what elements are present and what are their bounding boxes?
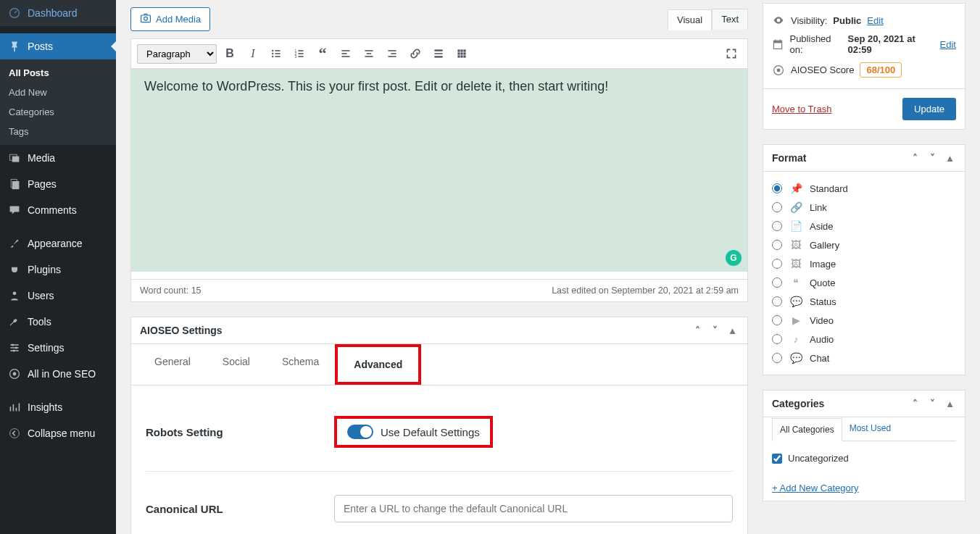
cat-tab-all[interactable]: All Categories — [772, 418, 842, 441]
format-label: Aside — [810, 221, 834, 232]
panel-toggle-icon[interactable]: ▴ — [726, 325, 739, 336]
menu-label: Tools — [28, 316, 51, 328]
svg-rect-46 — [463, 55, 465, 57]
format-item-audio[interactable]: ♪Audio — [772, 330, 956, 349]
categories-box: Categories ˄ ˅ ▴ All Categories Most Use… — [763, 390, 966, 501]
format-radio[interactable] — [772, 202, 782, 212]
robots-toggle[interactable] — [347, 425, 373, 439]
format-item-standard[interactable]: 📌Standard — [772, 179, 956, 198]
toolbar-toggle-button[interactable] — [452, 43, 472, 64]
format-item-video[interactable]: ▶Video — [772, 311, 956, 330]
menu-insights[interactable]: Insights — [0, 394, 116, 420]
move-to-trash-link[interactable]: Move to Trash — [772, 104, 831, 114]
format-item-aside[interactable]: 📄Aside — [772, 217, 956, 235]
canonical-url-input[interactable] — [334, 495, 733, 522]
menu-appearance[interactable]: Appearance — [0, 230, 116, 256]
panel-down-icon[interactable]: ˅ — [708, 325, 721, 336]
format-item-status[interactable]: 💬Status — [772, 292, 956, 311]
format-radio[interactable] — [772, 221, 782, 231]
published-edit-link[interactable]: Edit — [940, 39, 956, 50]
aioseo-tab-general[interactable]: General — [138, 344, 207, 385]
svg-rect-37 — [434, 56, 442, 57]
link-icon: 🔗 — [789, 201, 802, 213]
submenu-all-posts[interactable]: All Posts — [0, 63, 116, 83]
add-category-link[interactable]: + Add New Category — [763, 475, 965, 501]
categories-box-header[interactable]: Categories ˄ ˅ ▴ — [763, 391, 965, 417]
svg-rect-23 — [298, 50, 303, 51]
panel-up-icon[interactable]: ˄ — [691, 325, 704, 336]
menu-users[interactable]: Users — [0, 283, 116, 309]
grammarly-icon[interactable]: G — [726, 250, 742, 266]
format-radio[interactable] — [772, 334, 782, 344]
format-item-link[interactable]: 🔗Link — [772, 198, 956, 217]
svg-rect-36 — [434, 53, 442, 54]
submenu-add-new[interactable]: Add New — [0, 83, 116, 102]
fullscreen-button[interactable] — [721, 43, 742, 64]
readmore-button[interactable] — [428, 43, 449, 64]
menu-comments[interactable]: Comments — [0, 197, 116, 223]
format-radio[interactable] — [772, 296, 782, 306]
number-list-button[interactable]: 123 — [289, 43, 310, 64]
score-badge: 68/100 — [860, 62, 902, 78]
format-radio[interactable] — [772, 278, 782, 288]
menu-pages[interactable]: Pages — [0, 171, 116, 197]
align-right-button[interactable] — [382, 43, 402, 64]
format-label: Chat — [810, 353, 829, 364]
menu-collapse[interactable]: Collapse menu — [0, 420, 116, 446]
cat-tab-most-used[interactable]: Most Used — [842, 417, 898, 441]
aioseo-tab-schema[interactable]: Schema — [266, 344, 335, 385]
aioseo-tab-advanced[interactable]: Advanced — [335, 344, 421, 385]
add-media-button[interactable]: Add Media — [130, 7, 210, 31]
panel-down-icon[interactable]: ˅ — [926, 398, 939, 409]
aioseo-tab-social[interactable]: Social — [207, 344, 266, 385]
visibility-edit-link[interactable]: Edit — [867, 15, 883, 26]
plug-icon — [7, 262, 22, 277]
panel-title: Format — [772, 152, 806, 164]
category-item-uncategorized[interactable]: Uncategorized — [772, 450, 956, 467]
format-item-image[interactable]: 🖼Image — [772, 254, 956, 273]
align-left-button[interactable] — [336, 43, 356, 64]
italic-button[interactable]: I — [243, 43, 263, 64]
format-item-gallery[interactable]: 🖼Gallery — [772, 235, 956, 254]
panel-down-icon[interactable]: ˅ — [926, 152, 939, 164]
panel-toggle-icon[interactable]: ▴ — [943, 398, 956, 409]
menu-label: Insights — [28, 401, 62, 413]
tab-text[interactable]: Text — [712, 9, 748, 30]
format-box-header[interactable]: Format ˄ ˅ ▴ — [763, 145, 965, 172]
update-button[interactable]: Update — [902, 98, 956, 120]
menu-tools[interactable]: Tools — [0, 309, 116, 335]
tab-visual[interactable]: Visual — [668, 9, 712, 30]
menu-dashboard[interactable]: Dashboard — [0, 0, 116, 26]
align-center-button[interactable] — [359, 43, 379, 64]
format-item-quote[interactable]: ❝Quote — [772, 273, 956, 292]
quote-button[interactable]: “ — [312, 43, 333, 64]
submenu-categories[interactable]: Categories — [0, 102, 116, 122]
svg-rect-48 — [774, 41, 782, 43]
menu-media[interactable]: Media — [0, 145, 116, 171]
format-radio[interactable] — [772, 353, 782, 363]
format-select[interactable]: Paragraph — [137, 44, 217, 64]
panel-toggle-icon[interactable]: ▴ — [943, 152, 956, 164]
panel-title: Categories — [772, 398, 824, 409]
submenu-tags[interactable]: Tags — [0, 122, 116, 141]
menu-plugins[interactable]: Plugins — [0, 256, 116, 283]
editor-content-area[interactable]: Welcome to WordPress. This is your first… — [131, 69, 747, 272]
format-item-chat[interactable]: 💬Chat — [772, 349, 956, 367]
category-checkbox[interactable] — [772, 454, 782, 464]
panel-up-icon[interactable]: ˄ — [908, 398, 921, 409]
menu-settings[interactable]: Settings — [0, 335, 116, 361]
pushpin-icon — [7, 39, 22, 54]
svg-rect-31 — [365, 56, 373, 57]
aioseo-panel-header[interactable]: AIOSEO Settings ˄ ˅ ▴ — [131, 317, 747, 344]
menu-posts[interactable]: Posts — [0, 33, 116, 59]
bold-button[interactable]: B — [220, 43, 240, 64]
svg-rect-33 — [391, 53, 396, 54]
format-radio[interactable] — [772, 240, 782, 250]
link-button[interactable] — [405, 43, 425, 64]
format-radio[interactable] — [772, 315, 782, 325]
panel-up-icon[interactable]: ˄ — [908, 152, 921, 164]
format-radio[interactable] — [772, 183, 782, 193]
bullet-list-button[interactable] — [266, 43, 286, 64]
menu-aioseo[interactable]: All in One SEO — [0, 361, 116, 387]
format-radio[interactable] — [772, 259, 782, 269]
